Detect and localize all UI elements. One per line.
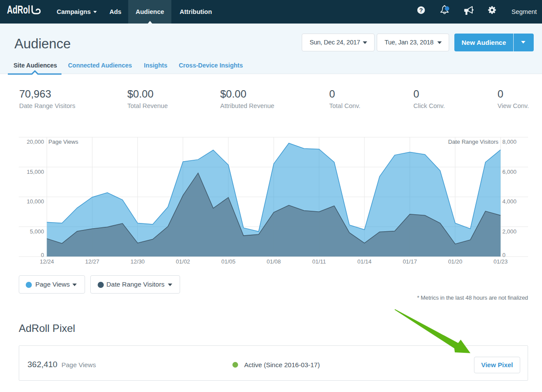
svg-text:01/23: 01/23 [494, 258, 508, 265]
svg-text:01/11: 01/11 [312, 258, 326, 265]
svg-text:2,000: 2,000 [502, 228, 517, 235]
svg-text:10,000: 10,000 [27, 198, 44, 205]
svg-text:4,000: 4,000 [502, 198, 517, 205]
svg-text:01/20: 01/20 [448, 258, 463, 265]
svg-text:5,000: 5,000 [30, 228, 44, 235]
svg-text:Page Views: Page Views [48, 139, 78, 145]
svg-text:01/17: 01/17 [403, 258, 417, 265]
svg-text:AdRol: AdRol [7, 3, 30, 16]
svg-text:01/08: 01/08 [267, 258, 281, 265]
svg-text:0: 0 [41, 252, 44, 258]
svg-text:12/27: 12/27 [85, 258, 99, 265]
svg-text:6,000: 6,000 [502, 169, 517, 175]
svg-text:?: ? [419, 7, 423, 14]
svg-text:01/05: 01/05 [221, 258, 235, 265]
svg-text:15,000: 15,000 [27, 169, 44, 175]
svg-text:0: 0 [502, 252, 505, 258]
svg-text:20,000: 20,000 [27, 139, 44, 145]
svg-text:01/14: 01/14 [358, 258, 372, 265]
svg-text:8,000: 8,000 [502, 139, 517, 145]
svg-text:Date Range Visitors: Date Range Visitors [448, 139, 499, 145]
svg-text:01/02: 01/02 [176, 258, 190, 265]
svg-text:12/30: 12/30 [130, 258, 145, 265]
svg-text:12/24: 12/24 [40, 258, 54, 265]
